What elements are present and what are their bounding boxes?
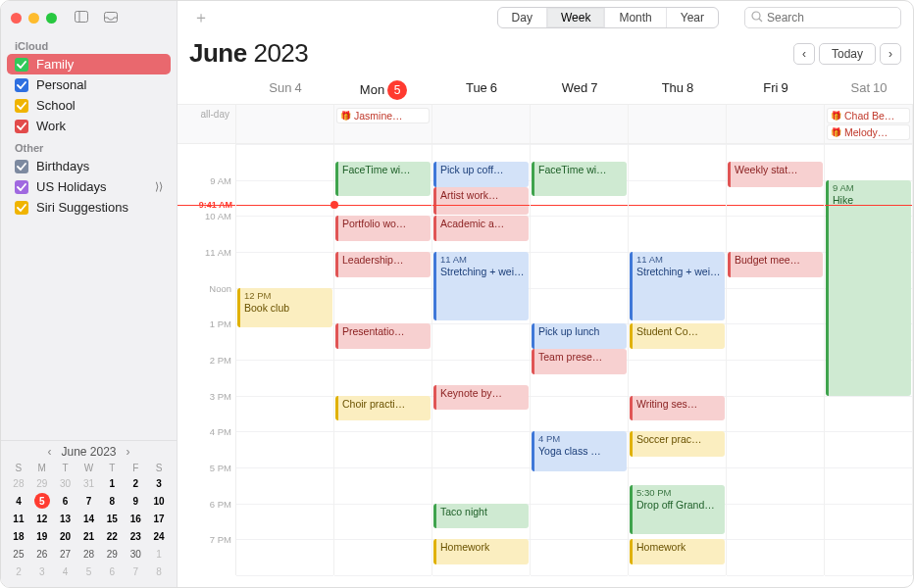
zoom-window-button[interactable] <box>46 13 57 24</box>
event[interactable]: Academic a… <box>433 216 529 241</box>
mini-day[interactable]: 9 <box>127 493 143 509</box>
allday-cell[interactable] <box>236 105 334 143</box>
mini-day[interactable]: 3 <box>151 475 167 491</box>
sidebar-calendar-item[interactable]: Siri Suggestions <box>7 197 171 218</box>
event[interactable]: 4 PMYoga class … <box>532 431 627 470</box>
allday-cell[interactable] <box>629 105 727 143</box>
mini-day[interactable]: 14 <box>80 511 96 526</box>
mini-day[interactable]: 29 <box>34 475 50 491</box>
minimize-window-button[interactable] <box>28 13 39 24</box>
calendar-checkbox[interactable] <box>15 78 28 92</box>
allday-event[interactable]: 🎁Melody… <box>827 124 910 140</box>
mini-day[interactable]: 13 <box>58 511 74 526</box>
mini-day[interactable]: 7 <box>127 564 143 579</box>
event[interactable]: Team prese… <box>532 349 627 374</box>
event[interactable]: Presentatio… <box>335 323 431 349</box>
day-column[interactable]: Weekly stat…Budget mee… <box>727 144 825 575</box>
sidebar-toggle-icon[interactable] <box>71 8 92 27</box>
sidebar-calendar-item[interactable]: Personal <box>7 74 171 95</box>
allday-cell[interactable]: 🎁Chad Be…🎁Melody… <box>825 105 913 143</box>
event[interactable]: Keynote by… <box>433 385 529 411</box>
allday-cell[interactable] <box>727 105 825 143</box>
day-header[interactable]: Sat10 <box>825 74 913 104</box>
day-header[interactable]: Sun4 <box>236 74 334 104</box>
mini-day[interactable]: 8 <box>104 493 120 509</box>
inbox-icon[interactable] <box>100 8 122 27</box>
day-column[interactable]: 9 AMHike <box>825 144 913 575</box>
allday-event[interactable]: 🎁Chad Be… <box>827 108 910 123</box>
mini-day[interactable]: 30 <box>58 475 74 491</box>
mini-day[interactable]: 15 <box>104 511 120 526</box>
day-column[interactable]: FaceTime wi…Portfolio wo…Leadership…Pres… <box>334 144 432 575</box>
event[interactable]: Portfolio wo… <box>335 216 431 241</box>
event[interactable]: Pick up lunch <box>532 323 627 349</box>
day-column[interactable]: FaceTime wi…Pick up lunchTeam prese…4 PM… <box>531 144 629 575</box>
mini-day[interactable]: 22 <box>104 528 120 544</box>
day-column[interactable]: Pick up coff…Artist work…Academic a…11 A… <box>432 144 531 575</box>
event[interactable]: FaceTime wi… <box>335 162 431 196</box>
event[interactable]: Choir practi… <box>335 396 431 421</box>
event[interactable]: 5:30 PMDrop off Grandma… <box>630 485 725 534</box>
day-column[interactable]: 11 AMStretching + weightsStudent Co…Writ… <box>629 144 727 575</box>
event[interactable]: 9 AMHike <box>826 180 911 396</box>
mini-day[interactable]: 28 <box>11 475 26 491</box>
sidebar-calendar-item[interactable]: Work <box>7 116 171 136</box>
event[interactable]: Soccer prac… <box>630 431 725 457</box>
event[interactable]: Student Co… <box>630 323 725 349</box>
calendar-checkbox[interactable] <box>15 99 28 113</box>
day-header[interactable]: Fri9 <box>727 74 825 104</box>
sidebar-calendar-item[interactable]: US Holidays⟩⟩ <box>7 176 171 197</box>
view-tab-week[interactable]: Week <box>547 8 605 27</box>
day-header[interactable]: Wed7 <box>531 74 629 104</box>
week-grid[interactable]: 9 AM10 AM11 AMNoon1 PM2 PM3 PM4 PM5 PM6 … <box>178 144 913 575</box>
mini-day[interactable]: 30 <box>127 546 143 562</box>
mini-day[interactable]: 24 <box>151 528 167 544</box>
mini-day[interactable]: 2 <box>11 564 26 579</box>
mini-day[interactable]: 23 <box>127 528 143 544</box>
event[interactable]: Artist work… <box>433 187 529 215</box>
mini-day[interactable]: 5 <box>80 564 96 579</box>
next-week-button[interactable]: › <box>880 43 901 65</box>
event[interactable]: 11 AMStretching + weights <box>433 252 529 320</box>
view-tab-month[interactable]: Month <box>605 8 666 27</box>
day-header[interactable]: Thu8 <box>629 74 727 104</box>
today-button[interactable]: Today <box>819 43 876 65</box>
view-tab-year[interactable]: Year <box>667 8 718 27</box>
mini-day[interactable]: 11 <box>11 511 26 526</box>
day-header[interactable]: Tue6 <box>432 74 531 104</box>
mini-day[interactable]: 10 <box>151 493 167 509</box>
calendar-checkbox[interactable] <box>15 201 28 215</box>
sidebar-calendar-item[interactable]: Birthdays <box>7 156 171 176</box>
calendar-checkbox[interactable] <box>15 180 28 194</box>
mini-day[interactable]: 3 <box>34 564 50 579</box>
mini-day[interactable]: 27 <box>58 546 74 562</box>
close-window-button[interactable] <box>11 13 22 24</box>
mini-day[interactable]: 18 <box>11 528 26 544</box>
search-field[interactable] <box>744 7 901 28</box>
calendar-checkbox[interactable] <box>15 58 28 72</box>
event[interactable]: Pick up coff… <box>433 162 529 187</box>
mini-day[interactable]: 5 <box>34 493 50 509</box>
mini-day[interactable]: 7 <box>80 493 96 509</box>
mini-day[interactable]: 25 <box>11 546 26 562</box>
allday-cell[interactable] <box>531 105 629 143</box>
view-tab-day[interactable]: Day <box>498 8 547 27</box>
mini-day[interactable]: 20 <box>58 528 74 544</box>
event[interactable]: Homework <box>433 539 529 564</box>
event[interactable]: 12 PMBook club <box>237 288 332 327</box>
calendar-checkbox[interactable] <box>15 160 28 173</box>
mini-day[interactable]: 1 <box>104 475 120 491</box>
mini-day[interactable]: 28 <box>80 546 96 562</box>
event[interactable]: Writing ses… <box>630 396 725 421</box>
event[interactable]: Taco night <box>433 504 529 529</box>
event[interactable]: Budget mee… <box>728 252 823 277</box>
allday-cell[interactable] <box>432 105 531 143</box>
sidebar-calendar-item[interactable]: School <box>7 95 171 116</box>
prev-week-button[interactable]: ‹ <box>793 43 815 65</box>
mini-day[interactable]: 19 <box>34 528 50 544</box>
add-event-button[interactable]: ＋ <box>189 8 213 28</box>
mini-day[interactable]: 16 <box>127 511 143 526</box>
mini-day[interactable]: 8 <box>151 564 167 579</box>
mini-day[interactable]: 1 <box>151 546 167 562</box>
mini-day[interactable]: 4 <box>58 564 74 579</box>
